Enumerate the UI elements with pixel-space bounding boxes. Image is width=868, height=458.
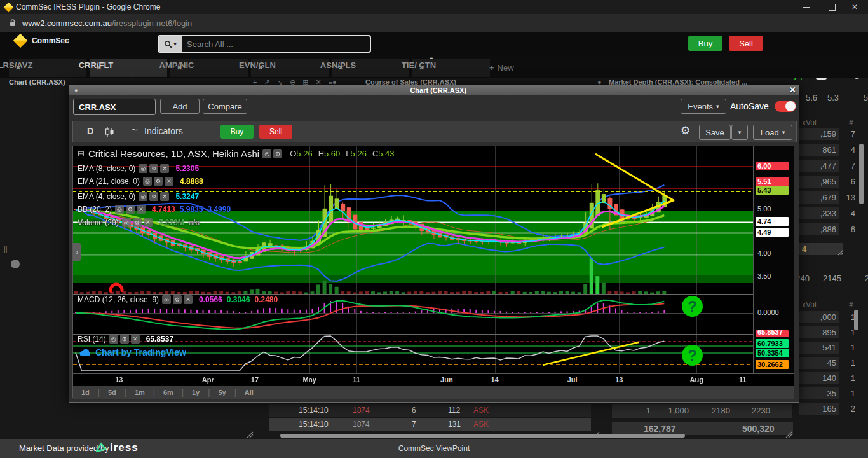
depth-row-cell: ,000 [799, 311, 839, 323]
indicators-button[interactable]: Indicators [144, 126, 183, 136]
cos-row[interactable]: 15:14:1018747131ASK [269, 418, 591, 431]
timeframe-1y[interactable]: 1y [184, 389, 208, 396]
save-dropdown[interactable]: ▾ [731, 125, 748, 140]
gear-icon[interactable]: ⚙ [133, 218, 142, 227]
collapse-icon[interactable]: ⊟ [78, 149, 85, 158]
tab-crr-flt[interactable]: CRR/FLT✕ [90, 59, 167, 77]
depth-row-num: 7 [840, 129, 855, 139]
window-edge-grip[interactable]: || [4, 245, 8, 253]
help-question-icon[interactable]: ? [682, 296, 703, 317]
price-label: 4.00 [756, 249, 773, 258]
search-input[interactable] [182, 39, 370, 50]
depth-scrollbar-thumb[interactable] [859, 144, 864, 204]
depth-order-input[interactable]: 4 [799, 243, 843, 255]
cos-h-scrollbar-thumb[interactable] [280, 434, 685, 438]
minimize-button[interactable] [796, 0, 817, 14]
eye-icon[interactable]: ◎ [262, 149, 271, 158]
timeframe-5d[interactable]: 5d [100, 389, 125, 396]
gear-icon[interactable]: ⚙ [173, 295, 182, 304]
save-button[interactable]: Save [699, 125, 731, 140]
url-bar[interactable]: www2.commsec.com.au /iressplugin-net6/lo… [0, 14, 868, 32]
tab-asn-pls[interactable]: ASN/PLS✕ [332, 59, 409, 77]
time-label: May [302, 376, 316, 384]
url-path: /iressplugin-net6/login [112, 18, 192, 28]
depth-row-num: 1 [840, 373, 855, 383]
close-icon[interactable]: ✕ [160, 164, 169, 173]
close-icon[interactable]: ✕ [165, 177, 173, 186]
macd-legend-row: MACD (12, 26, close, 9)◎⚙✕0.05660.30460.… [78, 295, 278, 304]
search-box[interactable]: ▾ [158, 35, 371, 53]
timeframe-All[interactable]: All [236, 389, 262, 396]
timeframe-1d[interactable]: 1d [73, 389, 98, 396]
resize-handle[interactable] [785, 431, 792, 438]
gear-icon[interactable]: ⚙ [126, 205, 135, 214]
search-icon[interactable]: ▾ [159, 36, 182, 52]
gear-icon[interactable]: ⚙ [154, 177, 163, 186]
eye-icon[interactable]: ◎ [139, 192, 147, 201]
gear-icon[interactable]: ⚙ [120, 335, 129, 344]
indicator-label: EMA (21, close, 0) [78, 177, 140, 186]
depth-row-cell: ,333 [799, 207, 839, 219]
cos-side: ASK [473, 420, 489, 429]
timeframe-5y[interactable]: 5y [210, 389, 234, 396]
eye-icon[interactable]: ◎ [139, 164, 147, 173]
eye-icon[interactable]: ◎ [143, 177, 152, 186]
modal-close-icon[interactable]: ✕ [789, 85, 796, 95]
indicator-value: 4.7413 [152, 205, 175, 214]
close-icon[interactable]: ✕ [137, 205, 146, 214]
new-tab-button[interactable]: +New [489, 59, 514, 77]
add-button[interactable]: Add [160, 99, 200, 114]
tab-lrs-avz[interactable]: LRS/AVZ✕ [9, 59, 86, 77]
events-dropdown[interactable]: Events▾ [681, 99, 726, 114]
eye-icon[interactable]: ◎ [162, 295, 171, 304]
cos-time: 15:14:10 [299, 406, 329, 415]
timeframe-6m[interactable]: 6m [155, 389, 182, 396]
sell-button-top[interactable]: Sell [729, 36, 763, 51]
depth-row-cell: ,886 [799, 223, 839, 235]
load-dropdown[interactable]: Load▾ [753, 125, 792, 140]
gear-icon[interactable]: ⚙ [273, 149, 282, 158]
help-question-icon-2[interactable]: ? [682, 345, 703, 366]
resize-handle[interactable] [247, 431, 254, 438]
close-button[interactable]: ✕ [844, 0, 865, 14]
close-icon[interactable]: ✕ [160, 192, 169, 201]
close-icon[interactable]: ✕ [131, 335, 140, 344]
buy-button-top[interactable]: Buy [688, 36, 722, 51]
collapse-chevron[interactable]: › [73, 243, 81, 261]
depth-scrollbar-thumb-2[interactable] [854, 310, 858, 330]
quote-cell: 2180 [702, 406, 730, 415]
autosave-toggle[interactable] [775, 101, 796, 112]
gear-icon[interactable]: ⚙ [149, 192, 158, 201]
quote-cell: 1,000 [661, 406, 689, 415]
tab-evn-gln[interactable]: EVN/GLN✕ [251, 59, 329, 77]
price-axis[interactable]: 6.005.515.435.004.744.494.003.500.000065… [753, 146, 794, 373]
cos-row[interactable]: 15:14:1018746112ASK [269, 404, 591, 417]
time-axis[interactable]: 13Apr17May11Jun14Jul13Aug11 [73, 373, 794, 386]
timeframe-1m[interactable]: 1m [126, 389, 153, 396]
tradingview-credit[interactable]: Chart by TradingView [79, 347, 186, 357]
modal-titlebar[interactable]: ● Chart (CRR.ASX) [69, 85, 799, 95]
eye-icon[interactable]: ◎ [115, 205, 124, 214]
depth-row-num: 1 [840, 328, 855, 337]
search-dropdown-arrow[interactable]: ▾ [173, 41, 176, 47]
depth-col-header-num: # [849, 300, 853, 309]
eye-icon[interactable]: ◎ [109, 335, 118, 344]
maximize-button[interactable] [821, 0, 843, 14]
compare-button[interactable]: Compare [203, 99, 247, 114]
candle-style-icon[interactable] [105, 127, 114, 138]
indicator-label: Volume (20) [78, 218, 119, 227]
gear-icon[interactable]: ⚙ [149, 164, 158, 173]
price-label: 0.0000 [756, 308, 781, 317]
buy-button-chart[interactable]: Buy [220, 125, 254, 139]
close-icon[interactable]: ✕ [144, 218, 153, 227]
gear-icon[interactable]: ⚙ [681, 124, 690, 137]
tab-amp-nic[interactable]: AMP/NIC✕ [170, 59, 248, 77]
indicator-row: EMA (21, close, 0)◎⚙✕4.8888 [78, 177, 203, 186]
symbol-input[interactable] [73, 99, 156, 115]
close-icon[interactable]: ✕ [184, 295, 193, 304]
tab-tie-ctn[interactable]: TIE/ CTN✕ [412, 59, 490, 77]
interval-button[interactable]: D [87, 126, 93, 136]
eye-icon[interactable]: ◎ [122, 218, 131, 227]
sell-button-chart[interactable]: Sell [259, 125, 292, 139]
resize-handle[interactable] [593, 431, 600, 438]
